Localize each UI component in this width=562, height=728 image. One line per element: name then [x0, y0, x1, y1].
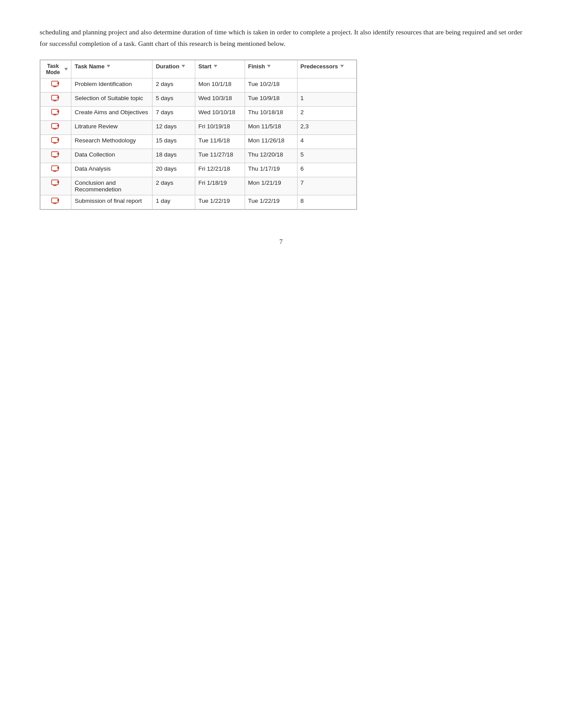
task-mode-icon	[51, 123, 61, 131]
task-mode-cell	[41, 177, 71, 195]
predecessors-cell: 1	[297, 93, 357, 107]
predecessors-cell: 6	[297, 163, 357, 177]
duration-cell: 7 days	[153, 107, 195, 121]
table-row: Create Aims and Objectives7 daysWed 10/1…	[41, 107, 357, 121]
finish-cell: Mon 1/21/19	[245, 177, 297, 195]
svg-rect-2	[54, 86, 55, 87]
col-header-predecessors: Predecessors	[297, 60, 357, 78]
svg-rect-7	[54, 100, 55, 101]
table-header-row: Task Mode Task Name Duration	[41, 60, 357, 78]
task-mode-icon	[51, 151, 61, 159]
predecessors-cell	[297, 78, 357, 93]
task-mode-icon	[51, 198, 61, 205]
task-mode-cell	[41, 78, 71, 93]
finish-cell: Tue 10/9/18	[245, 93, 297, 107]
finish-cell: Tue 10/2/18	[245, 78, 297, 93]
table-row: Data Analysis20 daysFri 12/21/18Thu 1/17…	[41, 163, 357, 177]
table-row: Litrature Review12 daysFri 10/19/18Mon 1…	[41, 121, 357, 135]
duration-cell: 15 days	[153, 135, 195, 149]
svg-rect-42	[54, 203, 55, 204]
col-header-task-mode: Task Mode	[41, 60, 71, 78]
task-mode-icon	[51, 165, 61, 173]
task-mode-cell	[41, 93, 71, 107]
gantt-table-wrapper: Task Mode Task Name Duration	[40, 60, 357, 210]
start-cell: Tue 1/22/19	[195, 195, 245, 209]
table-row: Problem Identification2 daysMon 10/1/18T…	[41, 78, 357, 93]
table-row: Data Collection18 daysTue 11/27/18Thu 12…	[41, 149, 357, 163]
task-name-cell: Create Aims and Objectives	[71, 107, 153, 121]
task-name-cell: Conclusion and Recommendetion	[71, 177, 153, 195]
table-row: Conclusion and Recommendetion2 daysFri 1…	[41, 177, 357, 195]
task-mode-label: Task Mode	[44, 63, 62, 76]
task-name-cell: Data Collection	[71, 149, 153, 163]
intro-paragraph: scheduling and planning project and also…	[40, 26, 522, 50]
gantt-table: Task Mode Task Name Duration	[40, 60, 357, 210]
task-mode-cell	[41, 121, 71, 135]
duration-sort-icon[interactable]	[182, 65, 185, 67]
table-row: Submission of final report1 dayTue 1/22/…	[41, 195, 357, 209]
finish-cell: Thu 10/18/18	[245, 107, 297, 121]
predecessors-cell: 2	[297, 107, 357, 121]
page-number: 7	[40, 238, 522, 246]
task-name-cell: Selection of Suitable topic	[71, 93, 153, 107]
finish-cell: Mon 11/26/18	[245, 135, 297, 149]
predecessors-cell: 8	[297, 195, 357, 209]
predecessors-cell: 2,3	[297, 121, 357, 135]
finish-cell: Thu 1/17/19	[245, 163, 297, 177]
task-mode-cell	[41, 149, 71, 163]
task-mode-icon	[51, 109, 61, 117]
svg-rect-37	[54, 185, 55, 186]
task-name-sort-icon[interactable]	[107, 65, 110, 67]
task-mode-cell	[41, 163, 71, 177]
col-header-duration: Duration	[153, 60, 195, 78]
task-mode-icon	[51, 81, 61, 89]
start-cell: Fri 1/18/19	[195, 177, 245, 195]
finish-cell: Tue 1/22/19	[245, 195, 297, 209]
finish-sort-icon[interactable]	[267, 65, 271, 67]
svg-rect-27	[54, 157, 55, 157]
task-mode-cell	[41, 135, 71, 149]
table-row: Research Methodology15 daysTue 11/6/18Mo…	[41, 135, 357, 149]
task-name-cell: Research Methodology	[71, 135, 153, 149]
duration-cell: 1 day	[153, 195, 195, 209]
task-name-cell: Problem Identification	[71, 78, 153, 93]
finish-cell: Mon 11/5/18	[245, 121, 297, 135]
task-name-cell: Submission of final report	[71, 195, 153, 209]
col-header-finish: Finish	[245, 60, 297, 78]
predecessors-sort-icon[interactable]	[340, 65, 344, 67]
table-row: Selection of Suitable topic5 daysWed 10/…	[41, 93, 357, 107]
task-name-cell: Data Analysis	[71, 163, 153, 177]
task-mode-cell	[41, 107, 71, 121]
start-cell: Tue 11/6/18	[195, 135, 245, 149]
col-header-start: Start	[195, 60, 245, 78]
start-cell: Wed 10/3/18	[195, 93, 245, 107]
task-mode-icon	[51, 179, 61, 187]
task-mode-sort-icon[interactable]	[64, 68, 68, 71]
task-name-cell: Litrature Review	[71, 121, 153, 135]
duration-label: Duration	[156, 63, 179, 70]
duration-cell: 20 days	[153, 163, 195, 177]
task-mode-cell	[41, 195, 71, 209]
start-cell: Wed 10/10/18	[195, 107, 245, 121]
svg-rect-12	[54, 114, 55, 115]
start-cell: Fri 12/21/18	[195, 163, 245, 177]
col-header-task-name: Task Name	[71, 60, 153, 78]
predecessors-cell: 5	[297, 149, 357, 163]
task-mode-icon	[51, 137, 61, 145]
predecessors-cell: 7	[297, 177, 357, 195]
start-cell: Tue 11/27/18	[195, 149, 245, 163]
duration-cell: 12 days	[153, 121, 195, 135]
task-name-label: Task Name	[74, 63, 104, 70]
task-mode-icon	[51, 95, 61, 103]
svg-rect-22	[54, 142, 55, 143]
finish-cell: Thu 12/20/18	[245, 149, 297, 163]
duration-cell: 2 days	[153, 177, 195, 195]
duration-cell: 2 days	[153, 78, 195, 93]
start-cell: Fri 10/19/18	[195, 121, 245, 135]
predecessors-label: Predecessors	[301, 63, 338, 70]
predecessors-cell: 4	[297, 135, 357, 149]
duration-cell: 18 days	[153, 149, 195, 163]
duration-cell: 5 days	[153, 93, 195, 107]
start-sort-icon[interactable]	[214, 65, 217, 67]
finish-label: Finish	[248, 63, 265, 70]
